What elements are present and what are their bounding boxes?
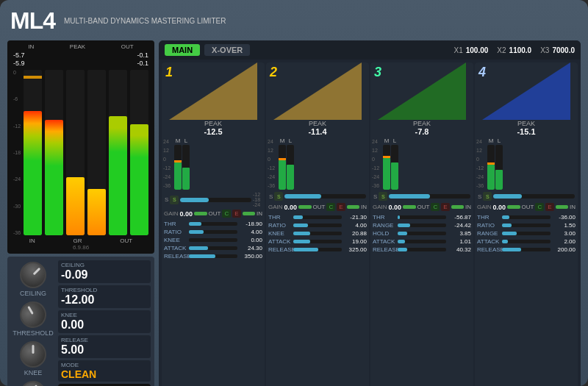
band-3-release-row: RELEASE 40.32	[373, 246, 471, 253]
band-4-release-slider[interactable]	[502, 248, 551, 251]
band-4-thr-slider[interactable]	[502, 215, 551, 219]
xover-3: X3 7000.0	[540, 46, 575, 54]
ceiling-knob[interactable]	[15, 257, 52, 294]
band-1-release-slider[interactable]	[189, 254, 237, 258]
band-3-attack-label: ATTACK	[373, 238, 396, 245]
band-2-thr-value: -21.30	[343, 214, 367, 221]
band-1-e-btn[interactable]: E	[232, 210, 240, 218]
band-4-attack-label: ATTACK	[477, 238, 501, 245]
band-3-s-slider[interactable]	[389, 194, 470, 199]
band-3-gain-value: 0.00	[389, 204, 402, 211]
in-label: IN	[28, 43, 34, 50]
band-2-viz: 2	[266, 62, 369, 120]
band-1-ratio-slider[interactable]	[189, 230, 237, 234]
band-2-release-row: RELEASE 325.00	[268, 246, 367, 253]
knee-knob[interactable]	[20, 341, 46, 368]
band-4-attack-value: 2.00	[552, 238, 576, 245]
band-3-m-meter	[383, 145, 390, 190]
band-1-s-slider[interactable]	[180, 198, 251, 202]
band-3-e-btn[interactable]: E	[441, 203, 449, 211]
meter-out-l	[109, 70, 127, 235]
band-3-thr-slider[interactable]	[398, 215, 446, 219]
header: ML4 MULTI-BAND DYNAMICS MASTERING LIMITE…	[7, 7, 581, 35]
band-2-knee-label: KNEE	[268, 230, 292, 237]
release-knob[interactable]	[16, 377, 50, 386]
band-1-in-meter	[243, 212, 255, 215]
band-4-thr-value: -36.00	[552, 214, 576, 221]
band-4-ratio-slider[interactable]	[502, 224, 551, 227]
band-4-solo[interactable]: S	[483, 192, 492, 201]
threshold-knob[interactable]	[15, 296, 51, 332]
band-4-m-meter	[487, 145, 495, 190]
band-3-attack-row: ATTACK 1.01	[373, 238, 471, 245]
band-3-release-value: 40.32	[448, 246, 471, 253]
band-3-c-btn[interactable]: C	[431, 203, 440, 211]
band-3-range-slider[interactable]	[398, 224, 446, 227]
band-3-attack-slider[interactable]	[398, 240, 446, 243]
band-2-gain-row: GAIN 0.00 OUT C E IN	[266, 201, 369, 212]
band-3-in-label: IN	[465, 204, 471, 210]
band-4-gain-row: GAIN 0.00 OUT C E IN	[475, 201, 578, 212]
meter-out-label: OUT	[120, 237, 132, 244]
band-2-solo[interactable]: S	[274, 192, 283, 201]
meter-gr-l	[66, 70, 85, 235]
band-2-release-label: RELEASE	[268, 246, 292, 253]
release-label: RELEASE	[61, 337, 148, 343]
ceiling-value: -0.09	[61, 268, 148, 282]
band-1-peak-label: PEAK	[162, 120, 265, 127]
band-4-attack-slider[interactable]	[502, 240, 551, 243]
xover-tab[interactable]: X-OVER	[204, 44, 250, 56]
band-3-hold-slider[interactable]	[398, 232, 446, 235]
band-2-knee-slider[interactable]	[293, 232, 342, 235]
band-4-s-slider[interactable]	[493, 194, 575, 199]
band-1-knee-slider[interactable]	[189, 238, 237, 242]
band-3-range-label: RANGE	[373, 222, 396, 229]
band-4-c-btn[interactable]: C	[535, 203, 544, 211]
release-value: 5.00	[61, 343, 148, 357]
band-2-gain-value: 0.00	[284, 204, 298, 211]
band-4-in-meter	[556, 205, 568, 209]
band-2-release-slider[interactable]	[293, 248, 342, 251]
mode-value: CLEAN	[61, 368, 148, 380]
band-1-thr-slider[interactable]	[189, 222, 237, 226]
band-3-peak-label: PEAK	[370, 120, 473, 127]
release-display: RELEASE 5.00	[58, 335, 151, 358]
band-1-ratio-row: RATIO 4.00	[164, 229, 262, 235]
band-2-ratio-slider[interactable]	[293, 224, 342, 227]
band-3-release-label: RELEASE	[373, 246, 396, 253]
band-3-release-slider[interactable]	[398, 248, 446, 251]
band-4-range-slider[interactable]	[502, 232, 551, 235]
band-4-ratio-row: RATIO 1.50	[477, 222, 576, 229]
band-1-knee-label: KNEE	[164, 237, 187, 243]
band-4-range-value: 3.00	[552, 230, 576, 237]
band-2-attack-label: ATTACK	[268, 238, 292, 245]
band-1-in-label: IN	[257, 210, 262, 217]
mode-display: MODE CLEAN	[58, 360, 151, 382]
main-tab[interactable]: MAIN	[165, 44, 200, 56]
band-3-thr-value: -56.87	[448, 214, 471, 221]
band-2-attack-slider[interactable]	[293, 240, 342, 243]
band-2-ratio-value: 4.00	[343, 222, 367, 229]
svg-marker-0	[169, 62, 257, 120]
band-2-s-slider[interactable]	[284, 194, 366, 199]
band-3-solo[interactable]: S	[379, 192, 387, 201]
band-3-out-meter	[403, 205, 415, 209]
band-4-release-row: RELEASE 200.00	[477, 246, 576, 253]
band-3-thr-row: THR -56.87	[373, 214, 471, 221]
band-3-range-row: RANGE -24.42	[373, 222, 471, 229]
band-1-solo[interactable]: S	[170, 196, 179, 204]
band-4: 4 PEAK -15.1 24120-12-24-36 M	[475, 62, 578, 386]
peak-l-value: -0.1	[137, 51, 148, 59]
band-3-gain-label: GAIN	[373, 204, 387, 210]
band-2-ratio-label: RATIO	[268, 222, 292, 229]
band-1-c-btn[interactable]: C	[222, 210, 231, 218]
knee-label: KNEE	[61, 312, 148, 318]
band-4-e-btn[interactable]: E	[545, 203, 553, 211]
band-1-release-value: 350.00	[239, 253, 262, 260]
band-2-e-btn[interactable]: E	[337, 203, 345, 211]
band-2-c-btn[interactable]: C	[326, 203, 335, 211]
band-1-attack-slider[interactable]	[189, 246, 237, 250]
band-2-thr-slider[interactable]	[293, 215, 342, 219]
band-3-hold-value: 3.85	[448, 230, 471, 237]
band-2-gain-label: GAIN	[268, 204, 283, 210]
